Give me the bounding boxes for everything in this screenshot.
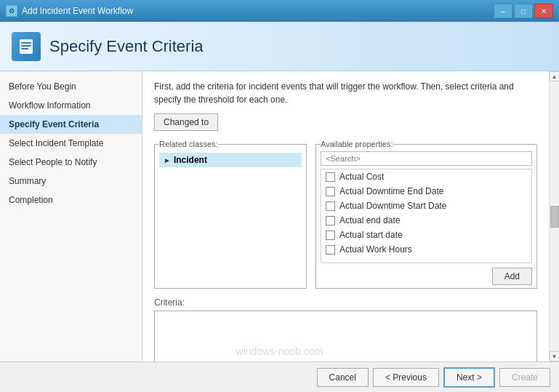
- minimize-button[interactable]: –: [494, 4, 512, 18]
- sidebar-item-workflow-information[interactable]: Workflow Information: [0, 96, 142, 115]
- sidebar-item-before-you-begin[interactable]: Before You Begin: [0, 77, 142, 96]
- title-bar: ⚙ Add Incident Event Workflow – □ ✕: [0, 0, 559, 22]
- next-button[interactable]: Next >: [443, 367, 495, 388]
- page-title: Specify Event Criteria: [49, 37, 204, 56]
- footer: Cancel < Previous Next > Create: [0, 361, 559, 392]
- cancel-button[interactable]: Cancel: [317, 368, 369, 387]
- checkbox-actual-work-hours[interactable]: [326, 245, 335, 255]
- window-controls: – □ ✕: [494, 4, 553, 18]
- scroll-down-arrow[interactable]: ▼: [550, 351, 560, 361]
- checkbox-actual-cost[interactable]: [326, 172, 335, 182]
- list-item[interactable]: Actual start date: [321, 228, 531, 242]
- checkbox-actual-end-date[interactable]: [326, 216, 335, 225]
- list-item[interactable]: Actual Downtime End Date: [321, 184, 531, 199]
- changed-to-button[interactable]: Changed to: [154, 113, 218, 131]
- sidebar-item-select-incident-template[interactable]: Select Incident Template: [0, 134, 142, 153]
- add-btn-container: Add: [321, 268, 532, 285]
- related-classes-fieldset: Related classes: ► Incident: [154, 140, 307, 289]
- checkbox-actual-downtime-start[interactable]: [326, 201, 335, 211]
- related-classes-legend: Related classes:: [159, 140, 218, 148]
- header-icon: [12, 32, 41, 61]
- scrollbar[interactable]: ▲ ▼: [549, 71, 559, 361]
- content-area: First, add the criteria for incident eve…: [142, 71, 549, 361]
- svg-rect-1: [21, 42, 31, 44]
- sidebar-item-summary[interactable]: Summary: [0, 172, 142, 191]
- related-classes-list: ► Incident: [159, 151, 302, 169]
- sidebar-item-specify-event-criteria[interactable]: Specify Event Criteria: [0, 115, 142, 134]
- maximize-button[interactable]: □: [514, 4, 533, 18]
- svg-rect-3: [21, 48, 28, 49]
- tree-arrow-icon: ►: [164, 156, 171, 164]
- sidebar-item-completion[interactable]: Completion: [0, 191, 142, 209]
- intro-text: First, add the criteria for incident eve…: [154, 80, 537, 106]
- app-icon: ⚙: [6, 5, 17, 17]
- window-title: Add Incident Event Workflow: [22, 6, 133, 16]
- properties-list: Actual Cost Actual Downtime End Date Act…: [321, 169, 532, 263]
- criteria-section: Criteria:: [154, 297, 537, 361]
- scroll-up-arrow[interactable]: ▲: [550, 71, 560, 81]
- list-item[interactable]: Actual Cost: [321, 169, 531, 184]
- scroll-thumb[interactable]: [550, 206, 559, 228]
- list-item[interactable]: Actual Work Hours: [321, 242, 531, 257]
- add-button[interactable]: Add: [492, 268, 532, 285]
- available-properties-legend: Available properties:: [321, 140, 393, 148]
- list-item[interactable]: Actual end date: [321, 213, 531, 228]
- svg-rect-2: [21, 45, 31, 47]
- create-button: Create: [499, 368, 550, 387]
- close-button[interactable]: ✕: [534, 4, 553, 18]
- main-container: Before You Begin Workflow Information Sp…: [0, 71, 559, 361]
- page-header: Specify Event Criteria: [0, 22, 559, 71]
- search-input[interactable]: [321, 151, 532, 166]
- criteria-label: Criteria:: [154, 297, 537, 308]
- sidebar-item-select-people-to-notify[interactable]: Select People to Notify: [0, 153, 142, 172]
- previous-button[interactable]: < Previous: [373, 368, 439, 387]
- list-item[interactable]: Actual Downtime Start Date: [321, 199, 531, 213]
- sidebar: Before You Begin Workflow Information Sp…: [0, 71, 142, 361]
- panels-container: Related classes: ► Incident Available pr…: [154, 140, 537, 289]
- checkbox-actual-start-date[interactable]: [326, 231, 335, 240]
- available-properties-fieldset: Available properties: Actual Cost Actual…: [315, 140, 537, 289]
- related-class-incident[interactable]: ► Incident: [159, 153, 302, 167]
- checkbox-actual-downtime-end[interactable]: [326, 187, 335, 196]
- criteria-box: [154, 311, 537, 361]
